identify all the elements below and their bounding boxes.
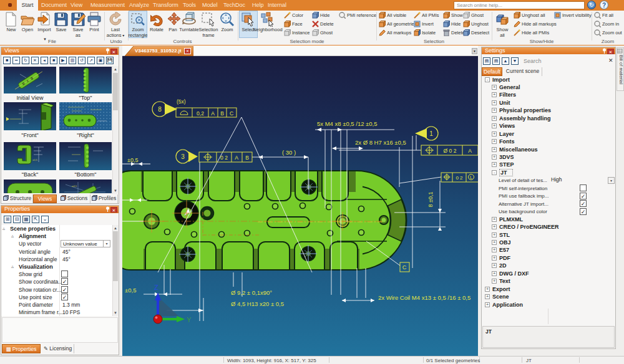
svg-text:±0,5: ±0,5: [125, 287, 136, 294]
svg-text:L: L: [470, 175, 472, 180]
svg-text:(5x): (5x): [177, 98, 186, 105]
svg-text:8: 8: [158, 106, 162, 113]
svg-text:3: 3: [181, 153, 185, 160]
svg-text:±0,5: ±0,5: [127, 157, 138, 163]
svg-text:2x Ø 8 H7 x16 ±0,5: 2x Ø 8 H7 x16 ±0,5: [355, 139, 406, 146]
svg-text:1: 1: [429, 130, 433, 137]
svg-text:0 2: 0 2: [220, 155, 228, 161]
svg-text:⌀4,5: ⌀4,5: [72, 184, 77, 188]
svg-text:0,2: 0,2: [197, 110, 204, 117]
svg-text:Y: Y: [187, 316, 192, 323]
svg-text:Z: Z: [154, 284, 158, 291]
svg-text:Ø 0 2: Ø 0 2: [444, 148, 457, 154]
svg-text:A: A: [235, 155, 238, 161]
svg-text:A: A: [468, 148, 472, 154]
svg-text:Ø 4,5 H13 x20 ± 0,5: Ø 4,5 H13 x20 ± 0,5: [231, 300, 284, 307]
svg-text:8 ±0,1: 8 ±0,1: [427, 192, 434, 208]
svg-text:C: C: [230, 110, 233, 117]
svg-text:±0,5: ±0,5: [32, 158, 38, 161]
svg-text:2x Wire Coil M4 x13 ± 0,5: 2x Wire Coil M4 x13 ± 0,5 /16 ± 0,5: [378, 294, 470, 301]
svg-text:( 30 ): ( 30 ): [282, 149, 296, 156]
svg-text:5x M4 x8 ±0,5 /12 ±0,5: 5x M4 x8 ±0,5 /12 ±0,5: [317, 120, 378, 127]
svg-text:0 2: 0 2: [456, 175, 463, 181]
svg-text:B: B: [245, 155, 249, 161]
svg-text:C: C: [402, 264, 407, 271]
svg-text:Ø 9,2 ± 0,1x90°: Ø 9,2 ± 0,1x90°: [231, 289, 272, 296]
svg-text:B: B: [220, 110, 224, 117]
svg-text:A: A: [211, 110, 215, 117]
